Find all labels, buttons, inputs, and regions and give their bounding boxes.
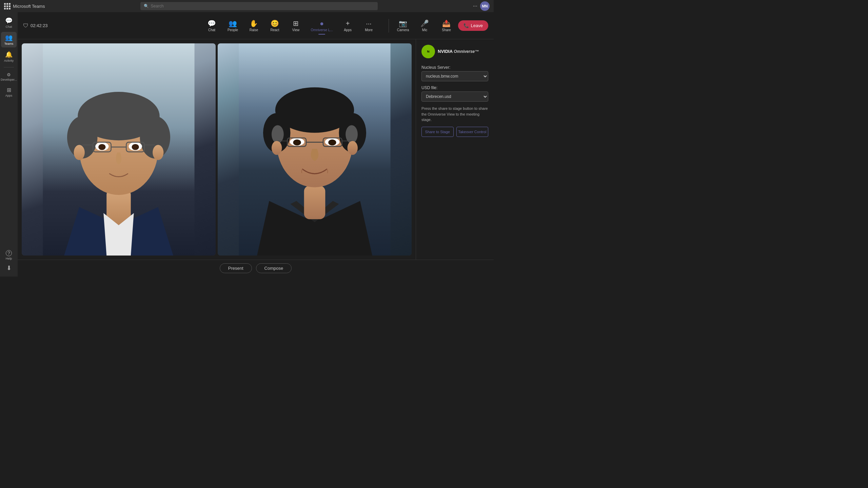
sidebar-bottom: ? Help ⬇ [1, 248, 17, 274]
titlebar-left: Microsoft Teams [4, 3, 45, 9]
toolbar-chat-btn[interactable]: 💬 Chat [202, 17, 222, 34]
search-bar[interactable]: 🔍 [140, 2, 378, 10]
toolbar-chat-label: Chat [208, 28, 215, 32]
phone-icon: 📞 [463, 23, 469, 28]
person2-video [218, 43, 412, 256]
compose-button[interactable]: Compose [256, 263, 292, 273]
toolbar-more-btn[interactable]: ··· More [359, 18, 379, 34]
toolbar-react-icon: 😊 [271, 19, 279, 27]
toolbar-react-label: React [270, 28, 279, 32]
svg-text:N: N [427, 49, 429, 53]
nvidia-brand: NVIDIA Omniverse™ [438, 49, 479, 55]
toolbar-mic-label: Mic [422, 28, 428, 32]
meeting-toolbar: 🛡 02:42:23 💬 Chat 👥 People ✋ Raise 😊 [18, 12, 494, 39]
toolbar-view-icon: ⊞ [293, 19, 299, 27]
more-options-icon[interactable]: ··· [473, 3, 477, 9]
toolbar-view-btn[interactable]: ⊞ View [286, 17, 306, 34]
toolbar-camera-btn[interactable]: 📷 Camera [393, 17, 413, 34]
video-content: N NVIDIA Omniverse™ Nucleus Server: nucl… [18, 39, 494, 260]
person2-svg [218, 43, 412, 256]
sidebar-item-help-label: Help [6, 257, 12, 260]
action-buttons: Share to Stage Takeover Control [421, 127, 488, 137]
toolbar-mic-btn[interactable]: 🎤 Mic [415, 17, 435, 34]
video-grid [18, 39, 416, 260]
present-button[interactable]: Present [220, 263, 252, 273]
nvidia-logo-svg: N [423, 47, 433, 56]
leave-button[interactable]: 📞 Leave [458, 20, 488, 31]
svg-point-29 [293, 139, 301, 145]
toolbar-raise-btn[interactable]: ✋ Raise [244, 17, 264, 34]
toolbar-apps-label: Apps [344, 28, 352, 32]
video-tile-2 [218, 43, 412, 256]
usd-label: USD file: [421, 85, 488, 90]
sidebar-item-download[interactable]: ⬇ [1, 262, 17, 274]
shield-icon: 🛡 [23, 23, 28, 29]
app-title: Microsoft Teams [13, 4, 45, 9]
toolbar-omniverse-btn[interactable]: ● Omniverse L... [307, 18, 337, 34]
toolbar-react-btn[interactable]: 😊 React [265, 17, 285, 34]
avatar[interactable]: MN [480, 1, 490, 11]
toolbar-share-label: Share [442, 28, 451, 32]
sidebar-item-teams[interactable]: 👥 Teams [1, 32, 17, 47]
toolbar-share-btn[interactable]: 📤 Share [436, 17, 457, 34]
svg-point-10 [98, 144, 105, 150]
bottom-bar: Present Compose [18, 260, 494, 277]
toolbar-center: 💬 Chat 👥 People ✋ Raise 😊 React ⊞ V [202, 17, 379, 34]
titlebar: Microsoft Teams 🔍 ··· MN [0, 0, 494, 12]
titlebar-right: ··· MN [473, 1, 490, 11]
teams-icon: 👥 [5, 34, 13, 41]
grid-icon[interactable] [4, 3, 10, 9]
sidebar-item-developer-label: Developer... [1, 78, 17, 81]
sidebar-item-chat[interactable]: 💬 Chat [1, 15, 17, 30]
usd-file-select[interactable]: Debrecen.usd [421, 92, 488, 102]
timer-section: 🛡 02:42:23 [23, 23, 48, 29]
usd-file-section: USD file: Debrecen.usd [421, 85, 488, 102]
meeting-area: 🛡 02:42:23 💬 Chat 👥 People ✋ Raise 😊 [18, 12, 494, 277]
toolbar-more-label: More [365, 28, 373, 32]
chat-icon: 💬 [5, 17, 13, 24]
toolbar-camera-label: Camera [397, 28, 409, 32]
call-timer: 02:42:23 [31, 23, 48, 28]
svg-point-37 [348, 141, 358, 155]
toolbar-omniverse-icon: ● [320, 20, 324, 27]
search-input[interactable] [151, 4, 374, 8]
nucleus-server-select[interactable]: nucleus.bmw.com [421, 71, 488, 81]
developer-icon: ⚙ [7, 72, 11, 77]
svg-point-11 [132, 144, 139, 150]
camera-icon: 📷 [399, 19, 407, 27]
panel-description: Press the share to stage button to share… [421, 106, 488, 123]
toolbar-more-icon: ··· [366, 20, 372, 27]
toolbar-people-icon: 👥 [229, 19, 237, 27]
apps-icon: ⊞ [7, 87, 11, 93]
leave-label: Leave [471, 23, 483, 28]
sidebar-item-help[interactable]: ? Help [1, 248, 17, 262]
toolbar-divider [389, 19, 389, 33]
toolbar-raise-label: Raise [250, 28, 258, 32]
present-label: Present [228, 266, 243, 271]
sidebar-item-apps[interactable]: ⊞ Apps [1, 85, 17, 99]
share-icon: 📤 [442, 19, 451, 27]
sidebar-item-developer[interactable]: ⚙ Developer... [1, 70, 17, 83]
toolbar-chat-icon: 💬 [208, 19, 216, 27]
toolbar-people-btn[interactable]: 👥 People [223, 17, 243, 34]
sidebar-item-activity-label: Activity [4, 59, 14, 62]
toolbar-view-label: View [292, 28, 300, 32]
svg-rect-20 [304, 186, 326, 219]
sidebar: 💬 Chat 👥 Teams 🔔 Activity ⚙ Developer...… [0, 12, 18, 277]
sidebar-item-apps-label: Apps [5, 94, 13, 97]
download-icon: ⬇ [6, 264, 12, 272]
nvidia-logo-section: N NVIDIA Omniverse™ [421, 45, 488, 61]
sidebar-item-activity[interactable]: 🔔 Activity [1, 49, 17, 64]
nucleus-server-section: Nucleus Server: nucleus.bmw.com [421, 65, 488, 81]
svg-point-30 [328, 139, 336, 145]
share-to-stage-button[interactable]: Share to Stage [421, 127, 454, 137]
toolbar-apps-icon: + [346, 20, 350, 27]
toolbar-apps-btn[interactable]: + Apps [338, 18, 358, 34]
toolbar-right: 📷 Camera 🎤 Mic 📤 Share 📞 Leave [386, 17, 488, 34]
right-panel: N NVIDIA Omniverse™ Nucleus Server: nucl… [416, 39, 494, 260]
sidebar-separator [4, 67, 14, 67]
svg-point-18 [153, 145, 163, 160]
takeover-control-button[interactable]: Takeover Control [456, 127, 489, 137]
nucleus-label: Nucleus Server: [421, 65, 488, 70]
person1-video [22, 43, 216, 256]
